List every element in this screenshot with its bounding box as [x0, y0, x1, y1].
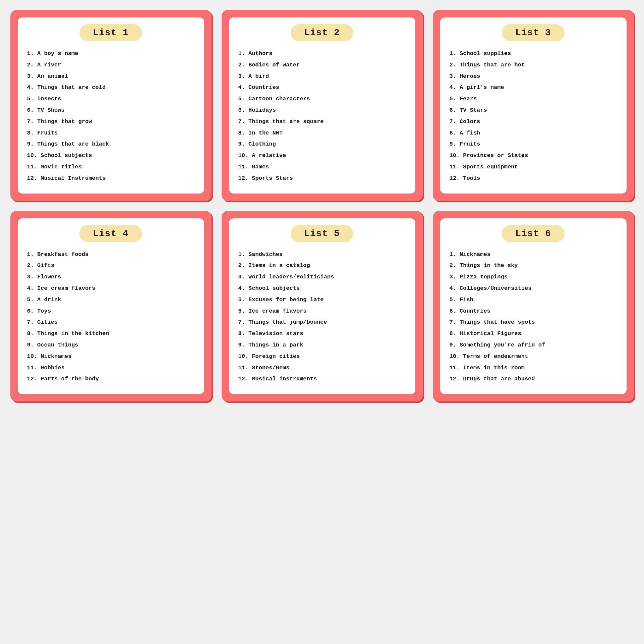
list-item: 10. A relative	[238, 150, 406, 161]
list-item: 11. Hobbies	[27, 362, 195, 374]
list-item: 2. Gifts	[27, 260, 195, 271]
list-item: 2. Things that are hot	[450, 59, 617, 71]
list-item: 6. TV Stars	[450, 105, 617, 116]
list-item: 7. Cities	[27, 317, 195, 328]
list-item: 1. School supplies	[450, 48, 617, 59]
card-list1: List 11. A boy's name2. A river3. An ani…	[10, 10, 212, 201]
list-item: 10. Foreign cities	[238, 351, 406, 362]
list-item: 2. Bodies of water	[238, 59, 406, 71]
card-title-wrapper-list3: List 3	[450, 24, 617, 41]
list-item: 8. Things in the kitchen	[27, 328, 195, 339]
card-title-list1: List 1	[79, 24, 142, 41]
list-item: 5. Insects	[27, 93, 195, 105]
list-item: 2. Things in the sky	[450, 260, 617, 271]
list-item: 6. Ice cream flavors	[238, 306, 406, 317]
list-item: 8. Historical Figures	[450, 328, 617, 339]
list-item: 7. Things that jump/bounce	[238, 317, 406, 328]
list-item: 4. Things that are cold	[27, 82, 195, 93]
list-item: 9. Fruits	[450, 139, 617, 150]
list-item: 12. Musical instruments	[238, 373, 406, 385]
list-item: 3. Pizza toppings	[450, 271, 617, 283]
list-item: 3. A bird	[238, 71, 406, 82]
card-list-list4: 1. Breakfast foods2. Gifts3. Flowers4. I…	[27, 249, 195, 385]
card-list-list1: 1. A boy's name2. A river3. An animal4. …	[27, 48, 195, 184]
card-list-list6: 1. Nicknames2. Things in the sky3. Pizza…	[450, 249, 617, 385]
list-item: 11. Items in this room	[450, 362, 617, 374]
list-item: 4. School subjects	[238, 283, 406, 294]
card-list2: List 21. Authors2. Bodies of water3. A b…	[222, 10, 423, 201]
card-title-wrapper-list1: List 1	[27, 24, 195, 41]
card-list3: List 31. School supplies2. Things that a…	[433, 10, 634, 201]
list-item: 4. Ice cream flavors	[27, 283, 195, 294]
card-list5: List 51. Sandwiches2. Items in a catalog…	[222, 211, 423, 402]
list-item: 9. Clothing	[238, 139, 406, 150]
list-item: 6. TV Shows	[27, 105, 195, 116]
card-list4: List 41. Breakfast foods2. Gifts3. Flowe…	[10, 211, 212, 402]
list-item: 1. Breakfast foods	[27, 249, 195, 260]
card-title-wrapper-list4: List 4	[27, 225, 195, 242]
list-item: 12. Tools	[450, 173, 617, 184]
card-inner-list6: List 61. Nicknames2. Things in the sky3.…	[440, 218, 627, 394]
list-item: 8. A fish	[450, 127, 617, 139]
list-item: 11. Games	[238, 161, 406, 173]
card-title-wrapper-list2: List 2	[238, 24, 406, 41]
list-item: 11. Sports equipment	[450, 161, 617, 173]
card-title-list3: List 3	[502, 24, 565, 41]
list-item: 9. Ocean things	[27, 339, 195, 351]
card-title-list6: List 6	[502, 225, 565, 242]
card-inner-list5: List 51. Sandwiches2. Items in a catalog…	[229, 218, 415, 394]
list-item: 7. Things that have spots	[450, 317, 617, 328]
card-inner-list4: List 41. Breakfast foods2. Gifts3. Flowe…	[18, 218, 204, 394]
list-item: 7. Colors	[450, 116, 617, 127]
card-list-list5: 1. Sandwiches2. Items in a catalog3. Wor…	[238, 249, 406, 385]
list-item: 7. Things that are square	[238, 116, 406, 127]
list-item: 8. Fruits	[27, 127, 195, 139]
list-item: 6. Holidays	[238, 105, 406, 116]
list-item: 9. Things that are black	[27, 139, 195, 150]
card-inner-list2: List 21. Authors2. Bodies of water3. A b…	[229, 17, 415, 194]
card-list6: List 61. Nicknames2. Things in the sky3.…	[433, 211, 634, 402]
list-item: 2. A river	[27, 59, 195, 71]
list-item: 4. Countries	[238, 82, 406, 93]
list-item: 8. Television stars	[238, 328, 406, 339]
list-item: 5. Fears	[450, 93, 617, 105]
list-item: 6. Toys	[27, 306, 195, 317]
list-item: 1. A boy's name	[27, 48, 195, 59]
list-item: 9. Something you're afrid of	[450, 339, 617, 351]
list-item: 12. Parts of the body	[27, 373, 195, 385]
list-item: 2. Items in a catalog	[238, 260, 406, 271]
card-title-list5: List 5	[291, 225, 353, 242]
card-inner-list3: List 31. School supplies2. Things that a…	[440, 17, 627, 194]
card-title-list2: List 2	[291, 24, 353, 41]
card-title-wrapper-list6: List 6	[450, 225, 617, 242]
list-item: 12. Sports Stars	[238, 173, 406, 184]
list-item: 5. A drink	[27, 294, 195, 306]
list-item: 5. Fish	[450, 294, 617, 306]
card-list-list3: 1. School supplies2. Things that are hot…	[450, 48, 617, 184]
list-item: 5. Cartoon characters	[238, 93, 406, 105]
list-item: 3. Flowers	[27, 271, 195, 283]
list-item: 10. Terms of endearment	[450, 351, 617, 362]
card-list-list2: 1. Authors2. Bodies of water3. A bird4. …	[238, 48, 406, 184]
list-item: 3. World leaders/Politicians	[238, 271, 406, 283]
list-item: 6. Countries	[450, 306, 617, 317]
list-item: 3. Heroes	[450, 71, 617, 82]
list-item: 12. Drugs that are abused	[450, 373, 617, 385]
list-item: 1. Authors	[238, 48, 406, 59]
card-title-list4: List 4	[79, 225, 142, 242]
card-title-wrapper-list5: List 5	[238, 225, 406, 242]
cards-grid: List 11. A boy's name2. A river3. An ani…	[10, 10, 634, 401]
list-item: 3. An animal	[27, 71, 195, 82]
list-item: 11. Movie titles	[27, 161, 195, 173]
list-item: 1. Sandwiches	[238, 249, 406, 260]
list-item: 10. Nicknames	[27, 351, 195, 362]
list-item: 10. Provinces or States	[450, 150, 617, 161]
list-item: 1. Nicknames	[450, 249, 617, 260]
list-item: 7. Things that grow	[27, 116, 195, 127]
list-item: 4. Colleges/Universities	[450, 283, 617, 294]
list-item: 4. A girl's name	[450, 82, 617, 93]
list-item: 12. Musical Instruments	[27, 173, 195, 184]
list-item: 9. Things in a park	[238, 339, 406, 351]
list-item: 11. Stones/Gems	[238, 362, 406, 374]
list-item: 5. Excuses for being late	[238, 294, 406, 306]
